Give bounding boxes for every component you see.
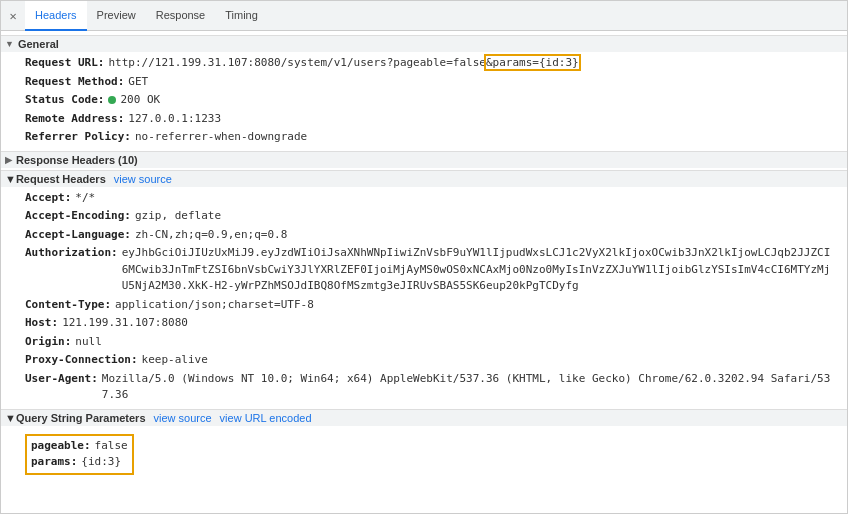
status-code-label: Status Code: [25, 92, 104, 109]
authorization-label: Authorization: [25, 245, 118, 295]
devtools-panel: ✕ Headers Preview Response Timing ▼ Gene… [0, 0, 848, 514]
tab-response[interactable]: Response [146, 1, 216, 31]
general-section-header[interactable]: ▼ General [1, 35, 847, 52]
response-headers-title: Response Headers (10) [16, 154, 138, 166]
content-type-value: application/json;charset=UTF-8 [115, 297, 314, 314]
content-area: ▼ General Request URL: http://121.199.31… [1, 31, 847, 513]
tab-timing[interactable]: Timing [215, 1, 268, 31]
query-view-source-link[interactable]: view source [154, 412, 212, 424]
request-method-value: GET [128, 74, 148, 91]
content-type-label: Content-Type: [25, 297, 111, 314]
params-row: params: {id:3} [31, 454, 128, 471]
proxy-connection-row: Proxy-Connection: keep-alive [1, 351, 847, 370]
general-section: ▼ General Request URL: http://121.199.31… [1, 35, 847, 149]
authorization-value: eyJhbGciOiJIUzUxMiJ9.eyJzdWIiOiJsaXNhWNp… [122, 245, 835, 295]
accept-encoding-row: Accept-Encoding: gzip, deflate [1, 207, 847, 226]
user-agent-row: User-Agent: Mozilla/5.0 (Windows NT 10.0… [1, 370, 847, 405]
host-value: 121.199.31.107:8080 [62, 315, 188, 332]
host-label: Host: [25, 315, 58, 332]
accept-value: */* [75, 190, 95, 207]
referrer-policy-row: Referrer Policy: no-referrer-when-downgr… [1, 128, 847, 147]
triangle-right-icon: ▶ [5, 155, 12, 165]
referrer-policy-label: Referrer Policy: [25, 129, 131, 146]
accept-language-row: Accept-Language: zh-CN,zh;q=0.9,en;q=0.8 [1, 226, 847, 245]
query-string-section: ▼ Query String Parameters view source vi… [1, 409, 847, 483]
response-headers-section: ▶ Response Headers (10) [1, 151, 847, 168]
url-prefix: http://121.199.31.107:8080/system/v1/use… [108, 56, 486, 69]
request-headers-section-header[interactable]: ▼ Request Headers view source [1, 170, 847, 187]
general-title: General [18, 38, 59, 50]
request-method-label: Request Method: [25, 74, 124, 91]
request-headers-section: ▼ Request Headers view source Accept: */… [1, 170, 847, 407]
request-url-row: Request URL: http://121.199.31.107:8080/… [1, 54, 847, 73]
params-highlight-box: pageable: false params: {id:3} [25, 434, 134, 475]
params-value: {id:3} [81, 454, 121, 471]
params-box-wrapper: pageable: false params: {id:3} [1, 428, 847, 481]
remote-address-value: 127.0.0.1:1233 [128, 111, 221, 128]
request-url-label: Request URL: [25, 55, 104, 72]
params-label: params: [31, 454, 77, 471]
host-row: Host: 121.199.31.107:8080 [1, 314, 847, 333]
query-string-title: Query String Parameters [16, 412, 146, 424]
close-icon[interactable]: ✕ [5, 8, 21, 24]
tab-bar: ✕ Headers Preview Response Timing [1, 1, 847, 31]
pageable-label: pageable: [31, 438, 91, 455]
pageable-row: pageable: false [31, 438, 128, 455]
user-agent-label: User-Agent: [25, 371, 98, 404]
status-code-row: Status Code: 200 OK [1, 91, 847, 110]
view-source-link[interactable]: view source [114, 173, 172, 185]
general-section-content: Request URL: http://121.199.31.107:8080/… [1, 52, 847, 149]
origin-value: null [75, 334, 102, 351]
tab-preview[interactable]: Preview [87, 1, 146, 31]
url-highlight: &params={id:3} [486, 56, 579, 69]
user-agent-value: Mozilla/5.0 (Windows NT 10.0; Win64; x64… [102, 371, 835, 404]
status-code-value: 200 OK [108, 92, 160, 109]
request-headers-title: Request Headers [16, 173, 106, 185]
proxy-connection-label: Proxy-Connection: [25, 352, 138, 369]
accept-language-label: Accept-Language: [25, 227, 131, 244]
referrer-policy-value: no-referrer-when-downgrade [135, 129, 307, 146]
origin-row: Origin: null [1, 333, 847, 352]
response-headers-section-header[interactable]: ▶ Response Headers (10) [1, 151, 847, 168]
request-method-row: Request Method: GET [1, 73, 847, 92]
triangle-down-icon3: ▼ [5, 412, 16, 424]
request-url-value: http://121.199.31.107:8080/system/v1/use… [108, 55, 578, 72]
view-url-encoded-link[interactable]: view URL encoded [220, 412, 312, 424]
status-green-dot [108, 96, 116, 104]
query-string-section-header[interactable]: ▼ Query String Parameters view source vi… [1, 409, 847, 426]
origin-label: Origin: [25, 334, 71, 351]
accept-encoding-value: gzip, deflate [135, 208, 221, 225]
accept-row: Accept: */* [1, 189, 847, 208]
tab-headers[interactable]: Headers [25, 1, 87, 31]
remote-address-label: Remote Address: [25, 111, 124, 128]
accept-encoding-label: Accept-Encoding: [25, 208, 131, 225]
remote-address-row: Remote Address: 127.0.0.1:1233 [1, 110, 847, 129]
request-headers-content: Accept: */* Accept-Encoding: gzip, defla… [1, 187, 847, 407]
proxy-connection-value: keep-alive [142, 352, 208, 369]
accept-language-value: zh-CN,zh;q=0.9,en;q=0.8 [135, 227, 287, 244]
pageable-value: false [95, 438, 128, 455]
query-string-content: pageable: false params: {id:3} [1, 426, 847, 483]
triangle-down-icon2: ▼ [5, 173, 16, 185]
triangle-down-icon: ▼ [5, 39, 14, 49]
authorization-row: Authorization: eyJhbGciOiJIUzUxMiJ9.eyJz… [1, 244, 847, 296]
content-type-row: Content-Type: application/json;charset=U… [1, 296, 847, 315]
accept-label: Accept: [25, 190, 71, 207]
